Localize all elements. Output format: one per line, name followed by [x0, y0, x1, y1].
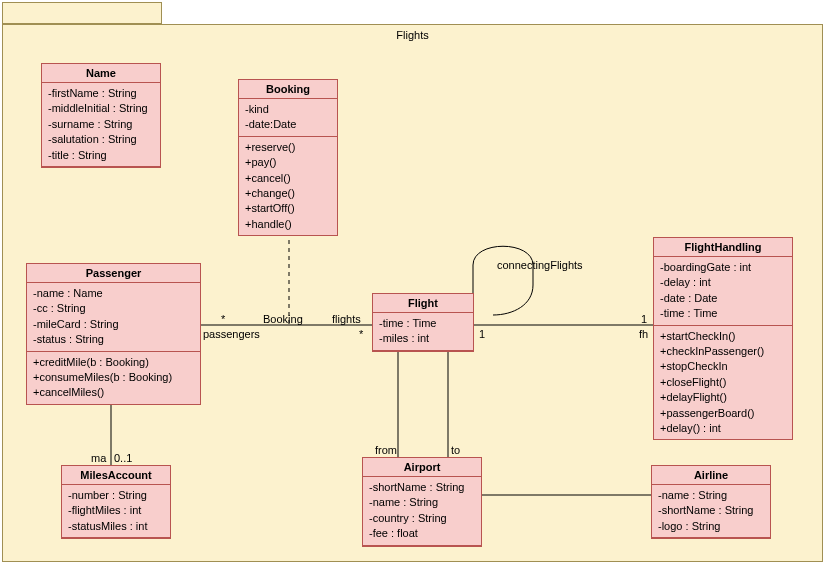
package-body: Flights Name -firstName : String-middleI…: [2, 24, 823, 562]
class-milesaccount-box: MilesAccount -number : String-flightMile…: [61, 465, 171, 539]
class-flighthandling-box: FlightHandling -boardingGate : int-delay…: [653, 237, 793, 440]
label-zero-one: 0..1: [114, 452, 132, 464]
class-flight-box: Flight -time : Time-miles : int: [372, 293, 474, 352]
label-star-l: *: [221, 313, 225, 325]
class-attrs: -name : String-shortName : String-logo :…: [652, 485, 770, 538]
class-title: FlightHandling: [654, 238, 792, 257]
package-tab: [2, 2, 162, 24]
class-title: Airline: [652, 466, 770, 485]
class-title: Airport: [363, 458, 481, 477]
class-attrs: -time : Time-miles : int: [373, 313, 473, 351]
class-attrs: -kind-date:Date: [239, 99, 337, 137]
label-ma: ma: [91, 452, 106, 464]
class-title: Passenger: [27, 264, 200, 283]
class-ops: +creditMile(b : Booking)+consumeMiles(b …: [27, 352, 200, 404]
class-attrs: -shortName : String-name : String-countr…: [363, 477, 481, 546]
label-to: to: [451, 444, 460, 456]
class-passenger-box: Passenger -name : Name-cc : String-mileC…: [26, 263, 201, 405]
class-title: MilesAccount: [62, 466, 170, 485]
class-attrs: -name : Name-cc : String-mileCard : Stri…: [27, 283, 200, 352]
class-title: Flight: [373, 294, 473, 313]
class-attrs: -number : String-flightMiles : int-statu…: [62, 485, 170, 538]
label-fh: fh: [639, 328, 648, 340]
label-booking-assoc: Booking: [263, 313, 303, 325]
class-ops: +startCheckIn()+checkInPassenger()+stopC…: [654, 326, 792, 440]
class-attrs: -firstName : String-middleInitial : Stri…: [42, 83, 160, 167]
label-connecting: connectingFlights: [497, 259, 583, 271]
class-attrs: -boardingGate : int-delay : int-date : D…: [654, 257, 792, 326]
class-airport-box: Airport -shortName : String-name : Strin…: [362, 457, 482, 547]
label-from: from: [375, 444, 397, 456]
label-star-r: *: [359, 328, 363, 340]
label-one2: 1: [641, 313, 647, 325]
class-name-box: Name -firstName : String-middleInitial :…: [41, 63, 161, 168]
label-one1: 1: [479, 328, 485, 340]
class-title: Name: [42, 64, 160, 83]
label-flights: flights: [332, 313, 361, 325]
package-title: Flights: [3, 29, 822, 41]
class-ops: +reserve()+pay()+cancel()+change()+start…: [239, 137, 337, 235]
class-booking-box: Booking -kind-date:Date +reserve()+pay()…: [238, 79, 338, 236]
class-title: Booking: [239, 80, 337, 99]
label-passengers: passengers: [203, 328, 260, 340]
class-airline-box: Airline -name : String-shortName : Strin…: [651, 465, 771, 539]
